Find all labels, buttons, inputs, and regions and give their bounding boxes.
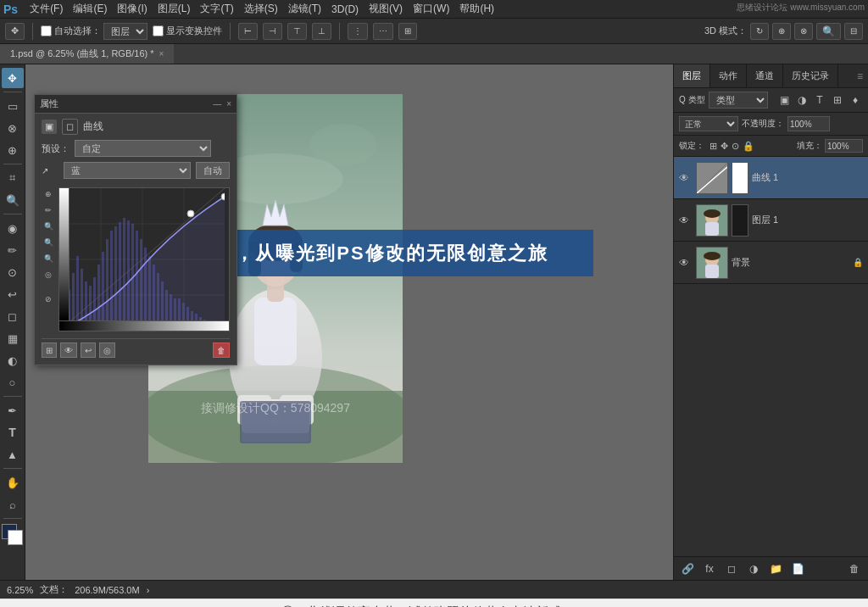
menu-layer[interactable]: 图层(L) bbox=[153, 2, 196, 16]
layer-eye-photo[interactable]: 👁 bbox=[679, 214, 693, 226]
eyedropper-tool[interactable]: 🔍 bbox=[2, 190, 24, 210]
layer-item-background[interactable]: 👁 背景 🔒 bbox=[674, 242, 868, 284]
align-btn-3[interactable]: ⊤ bbox=[287, 23, 307, 40]
lock-all-icon[interactable]: 🔒 bbox=[743, 141, 754, 152]
marquee-tool[interactable]: ▭ bbox=[2, 96, 24, 116]
quick-select-tool[interactable]: ⊕ bbox=[2, 140, 24, 160]
filter-icon-3[interactable]: T bbox=[812, 92, 827, 108]
fx-btn[interactable]: fx bbox=[701, 560, 718, 577]
curve-eyedrop3[interactable]: 🔍 bbox=[42, 252, 55, 265]
layer-eye-curves[interactable]: 👁 bbox=[679, 172, 693, 184]
brush-tool[interactable]: ✏ bbox=[2, 240, 24, 260]
align-btn-2[interactable]: ⊣ bbox=[263, 23, 282, 40]
3d-move-btn[interactable]: ⊕ bbox=[772, 23, 791, 40]
new-group-btn[interactable]: 📁 bbox=[767, 560, 784, 577]
text-tool[interactable]: T bbox=[2, 422, 24, 443]
history-brush-tool[interactable]: ↩ bbox=[2, 284, 24, 304]
zoom-tool[interactable]: ⌕ bbox=[2, 494, 24, 515]
curve-smooth-btn[interactable]: ⊘ bbox=[42, 292, 55, 306]
move-tool-btn[interactable]: ✥ bbox=[5, 23, 25, 40]
eraser-tool[interactable]: ◻ bbox=[2, 306, 24, 326]
curves-reset-btn[interactable]: ↩ bbox=[81, 342, 96, 358]
filter-icon-4[interactable]: ⊞ bbox=[830, 92, 845, 108]
tab-close-btn[interactable]: × bbox=[159, 49, 164, 58]
dodge-tool[interactable]: ○ bbox=[2, 372, 24, 393]
menu-image[interactable]: 图像(I) bbox=[112, 2, 152, 16]
align-btn-4[interactable]: ⊥ bbox=[312, 23, 331, 40]
curve-eyedrop2[interactable]: 🔍 bbox=[42, 236, 55, 249]
doc-arrow[interactable]: › bbox=[147, 585, 150, 595]
curves-snap-btn[interactable]: ⊞ bbox=[42, 342, 57, 358]
fill-input[interactable] bbox=[825, 139, 863, 153]
crop-tool[interactable]: ⌗ bbox=[2, 168, 24, 188]
menu-help[interactable]: 帮助(H) bbox=[454, 2, 499, 16]
channel-select[interactable]: 蓝 RGB 红 绿 bbox=[64, 162, 191, 179]
blur-tool[interactable]: ◐ bbox=[2, 350, 24, 370]
show-transform-checkbox[interactable] bbox=[153, 25, 164, 36]
panel-menu-btn[interactable]: × bbox=[226, 99, 231, 109]
color-swatch[interactable] bbox=[2, 524, 24, 546]
lasso-tool[interactable]: ⊗ bbox=[2, 118, 24, 138]
menu-window[interactable]: 窗口(W) bbox=[408, 2, 454, 16]
distribute-btn-1[interactable]: ⋮ bbox=[348, 23, 368, 40]
curve-target-tool[interactable]: ◎ bbox=[42, 268, 55, 281]
curve-draw-tool[interactable]: ✏ bbox=[42, 203, 55, 217]
tab-channels[interactable]: 通道 bbox=[747, 64, 783, 87]
3d-rotate-btn[interactable]: ↻ bbox=[750, 23, 769, 40]
filter-icon-5[interactable]: ♦ bbox=[848, 92, 863, 108]
curves-delete-btn[interactable]: 🗑 bbox=[213, 342, 230, 358]
3d-scale-btn[interactable]: ⊗ bbox=[794, 23, 813, 40]
align-btn-1[interactable]: ⊢ bbox=[238, 23, 258, 40]
panel-menu-icon[interactable]: ≡ bbox=[852, 64, 868, 87]
add-mask-btn[interactable]: ◻ bbox=[723, 560, 740, 577]
menu-edit[interactable]: 编辑(E) bbox=[68, 2, 112, 16]
curve-eyedrop1[interactable]: 🔍 bbox=[42, 220, 55, 233]
workspace-btn[interactable]: ⊟ bbox=[844, 23, 863, 40]
layer-eye-bg[interactable]: 👁 bbox=[679, 257, 693, 269]
menu-file[interactable]: 文件(F) bbox=[25, 2, 68, 16]
pen-tool[interactable]: ✒ bbox=[2, 400, 24, 420]
lock-artboard-icon[interactable]: ⊙ bbox=[732, 141, 739, 152]
gradient-tool[interactable]: ▦ bbox=[2, 328, 24, 348]
menu-3d[interactable]: 3D(D) bbox=[326, 3, 364, 15]
spot-heal-tool[interactable]: ◉ bbox=[2, 218, 24, 238]
layer-item-curves[interactable]: 👁 曲线 1 bbox=[674, 157, 868, 199]
layer-select[interactable]: 图层 bbox=[103, 23, 147, 40]
curves-curve-icon[interactable]: ◻ bbox=[62, 119, 78, 135]
clone-tool[interactable]: ⊙ bbox=[2, 262, 24, 282]
tab-history[interactable]: 历史记录 bbox=[783, 64, 838, 87]
menu-filter[interactable]: 滤镜(T) bbox=[283, 2, 326, 16]
layer-type-select[interactable]: 类型 bbox=[709, 92, 768, 109]
new-adjustment-btn[interactable]: ◑ bbox=[745, 560, 762, 577]
auto-btn[interactable]: 自动 bbox=[196, 162, 230, 179]
auto-select-checkbox[interactable] bbox=[41, 25, 52, 36]
blend-mode-select[interactable]: 正常 bbox=[679, 116, 738, 131]
layer-item-photo[interactable]: 👁 图层 1 bbox=[674, 199, 868, 242]
shape-tool[interactable]: ▲ bbox=[2, 444, 24, 465]
curve-point-tool[interactable]: ⊕ bbox=[42, 187, 55, 201]
distribute-btn-2[interactable]: ⋯ bbox=[373, 23, 393, 40]
opacity-input[interactable] bbox=[787, 116, 830, 131]
link-layers-btn[interactable]: 🔗 bbox=[679, 560, 696, 577]
document-tab[interactable]: 1.psd @ 6.25% (曲线 1, RGB/16) * × bbox=[0, 44, 175, 64]
menu-view[interactable]: 视图(V) bbox=[364, 2, 408, 16]
new-layer-btn[interactable]: 📄 bbox=[789, 560, 806, 577]
tab-layers[interactable]: 图层 bbox=[674, 64, 710, 87]
lock-pixels-icon[interactable]: ⊞ bbox=[709, 141, 717, 152]
auto-align-btn[interactable]: ⊞ bbox=[398, 23, 417, 40]
hand-tool[interactable]: ✋ bbox=[2, 472, 24, 493]
panel-collapse-btn[interactable]: — bbox=[213, 99, 221, 109]
search-btn[interactable]: 🔍 bbox=[816, 23, 841, 40]
curves-visibility-btn[interactable]: 👁 bbox=[60, 342, 77, 358]
menu-text[interactable]: 文字(T) bbox=[195, 2, 238, 16]
curves-clip-btn[interactable]: ◎ bbox=[99, 342, 115, 358]
menu-select[interactable]: 选择(S) bbox=[239, 2, 283, 16]
filter-icon-1[interactable]: ▣ bbox=[776, 92, 792, 108]
delete-layer-btn[interactable]: 🗑 bbox=[846, 560, 863, 577]
filter-icon-2[interactable]: ◑ bbox=[794, 92, 810, 108]
lock-position-icon[interactable]: ✥ bbox=[721, 141, 728, 152]
move-tool[interactable]: ✥ bbox=[2, 68, 24, 88]
tab-actions[interactable]: 动作 bbox=[710, 64, 747, 87]
curves-preset-icon[interactable]: ▣ bbox=[42, 120, 57, 134]
preset-select[interactable]: 自定 bbox=[75, 140, 211, 157]
